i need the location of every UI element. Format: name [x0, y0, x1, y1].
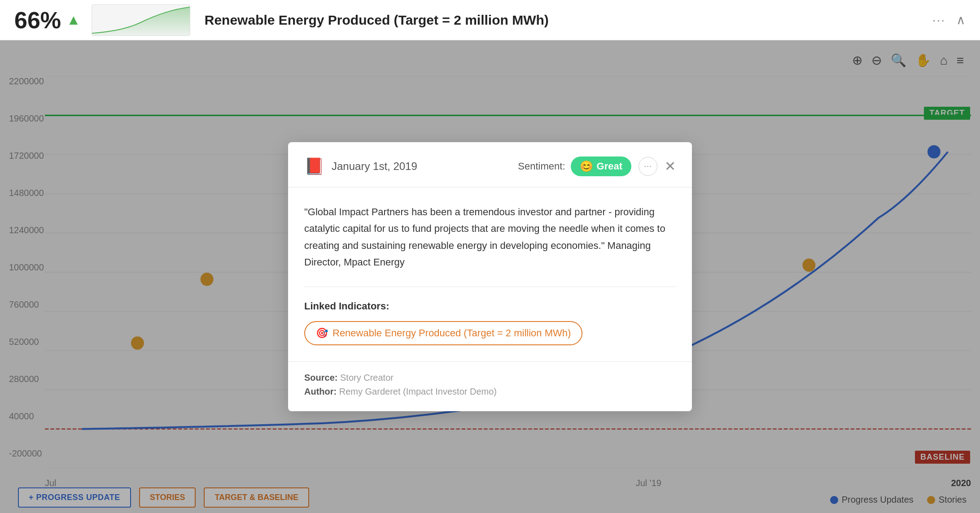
chart-area: ⊕ ⊖ 🔍 ✋ ⌂ ≡ TARGET 2200000 1960000 17200…: [0, 40, 980, 513]
modal-divider: [304, 287, 676, 287]
collapse-icon[interactable]: ∧: [956, 13, 966, 27]
book-icon: 📕: [304, 157, 324, 176]
sentiment-badge: 😊 Great: [571, 157, 631, 176]
target-icon: 🎯: [316, 327, 328, 339]
trend-arrow-icon: ▲: [66, 12, 81, 28]
linked-indicator-button[interactable]: 🎯 Renewable Energy Produced (Target = 2 …: [304, 321, 582, 345]
chart-title: Renewable Energy Produced (Target = 2 mi…: [205, 13, 932, 28]
smiley-icon: 😊: [580, 160, 593, 173]
modal-footer: Source: Story Creator Author: Remy Garde…: [288, 361, 692, 411]
story-modal: 📕 January 1st, 2019 Sentiment: 😊 Great ·…: [288, 142, 692, 412]
linked-indicators-label: Linked Indicators:: [304, 300, 676, 312]
modal-quote-text: "Global Impact Partners has been a treme…: [304, 204, 676, 271]
linked-indicator-text: Renewable Energy Produced (Target = 2 mi…: [332, 327, 571, 339]
modal-date: January 1st, 2019: [332, 160, 518, 173]
header-bar: 66% ▲ Renewable Energy Produced (Target …: [0, 0, 980, 40]
percent-display: 66%: [14, 7, 61, 34]
modal-author: Author: Remy Garderet (Impact Investor D…: [304, 387, 676, 397]
modal-more-button[interactable]: ···: [639, 157, 657, 176]
author-label: Author:: [304, 387, 337, 396]
modal-overlay: 📕 January 1st, 2019 Sentiment: 😊 Great ·…: [0, 40, 980, 513]
author-value: Remy Garderet (Impact Investor Demo): [339, 387, 497, 396]
sentiment-value: Great: [597, 161, 622, 172]
modal-header: 📕 January 1st, 2019 Sentiment: 😊 Great ·…: [288, 142, 692, 187]
mini-chart-thumbnail: [92, 4, 190, 36]
sentiment-label: Sentiment:: [518, 161, 565, 172]
source-label: Source:: [304, 373, 337, 383]
more-options-icon[interactable]: ···: [932, 13, 945, 27]
modal-close-button[interactable]: ✕: [665, 160, 676, 173]
modal-source: Source: Story Creator: [304, 373, 676, 383]
modal-body: "Global Impact Partners has been a treme…: [288, 187, 692, 362]
source-value: Story Creator: [340, 373, 394, 383]
